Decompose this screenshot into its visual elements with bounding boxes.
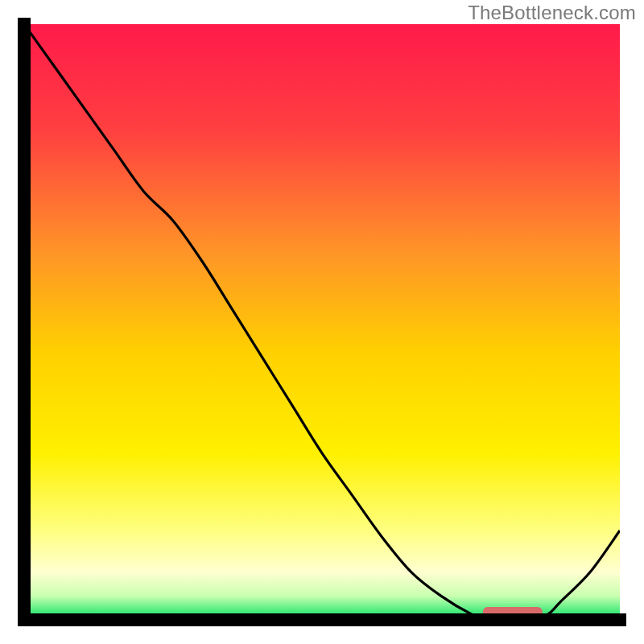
plot-background: [24, 24, 620, 620]
chart-container: TheBottleneck.com: [0, 0, 644, 644]
watermark-text: TheBottleneck.com: [468, 2, 636, 24]
chart-svg: [0, 0, 644, 644]
